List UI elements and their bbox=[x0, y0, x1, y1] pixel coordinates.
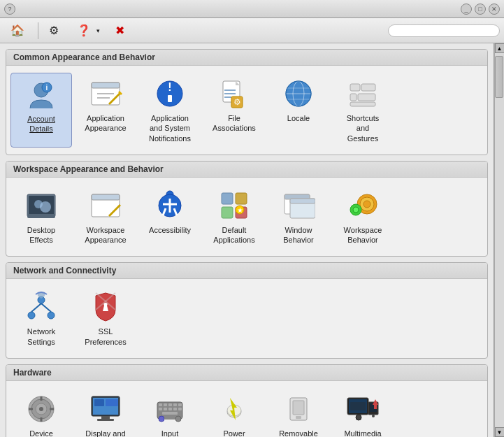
network-settings-label: Network Settings bbox=[27, 327, 55, 347]
item-window-behavior[interactable]: Window Behavior bbox=[268, 185, 329, 250]
svg-rect-40 bbox=[222, 193, 233, 204]
multimedia-icon bbox=[346, 392, 380, 426]
svg-rect-33 bbox=[92, 194, 120, 200]
item-file-associations[interactable]: ⚙ File Associations bbox=[203, 73, 265, 148]
configure-button[interactable]: ⚙ bbox=[43, 21, 68, 40]
svg-rect-80 bbox=[173, 403, 177, 406]
item-network-settings[interactable]: Network Settings bbox=[10, 286, 72, 351]
item-ssl-preferences[interactable]: SSL Preferences bbox=[75, 286, 136, 351]
input-devices-icon bbox=[153, 392, 187, 426]
section-items-workspace: Desktop Effects Workspace Appearance Acc… bbox=[6, 178, 487, 257]
svg-text:⚙: ⚙ bbox=[233, 97, 241, 107]
quit-button[interactable]: ✖ bbox=[109, 21, 134, 40]
close-btn[interactable]: ✕ bbox=[489, 3, 500, 15]
svg-point-65 bbox=[39, 407, 43, 411]
title-bar: ? _ □ ✕ bbox=[0, 0, 504, 18]
item-removable-devices[interactable]: Removable Devices bbox=[268, 388, 329, 437]
item-display-monitor[interactable]: Display and Monitor bbox=[75, 388, 136, 437]
maximize-btn[interactable]: □ bbox=[475, 3, 486, 15]
svg-point-101 bbox=[372, 415, 375, 417]
svg-rect-82 bbox=[159, 408, 162, 410]
power-management-label: Power Management bbox=[212, 429, 257, 437]
svg-rect-25 bbox=[350, 94, 357, 101]
overview-button[interactable]: 🏠 bbox=[4, 21, 34, 40]
svg-rect-14 bbox=[224, 96, 231, 98]
workspace-behavior-label: Workspace Behavior bbox=[344, 225, 382, 245]
help-dropdown-icon: ▾ bbox=[96, 27, 100, 34]
item-accessibility[interactable]: Accessibility bbox=[139, 185, 201, 250]
item-desktop-effects[interactable]: Desktop Effects bbox=[10, 185, 72, 250]
workspace-behavior-icon bbox=[346, 189, 380, 222]
section-header-common: Common Appearance and Behavior bbox=[6, 50, 487, 66]
svg-rect-78 bbox=[164, 403, 167, 406]
network-settings-icon bbox=[24, 290, 58, 324]
section-common: Common Appearance and Behavior i Account… bbox=[6, 49, 488, 155]
svg-line-58 bbox=[31, 303, 41, 312]
svg-point-52 bbox=[363, 201, 370, 208]
toolbar-separator-1 bbox=[38, 22, 38, 39]
section-header-workspace: Workspace Appearance and Behavior bbox=[6, 162, 487, 178]
scroll-down-arrow[interactable]: ▼ bbox=[495, 427, 505, 437]
item-shortcuts-gestures[interactable]: Shortcuts and Gestures bbox=[332, 73, 394, 148]
ssl-preferences-icon bbox=[89, 290, 122, 324]
window-controls: _ □ ✕ bbox=[461, 3, 500, 15]
power-management-icon bbox=[217, 392, 251, 426]
section-hardware: Hardware Device Actions Display and Moni… bbox=[6, 364, 488, 437]
desktop-effects-icon bbox=[24, 189, 58, 222]
scrollbar-thumb[interactable] bbox=[495, 56, 503, 98]
overview-icon: 🏠 bbox=[10, 24, 24, 37]
item-workspace-appearance[interactable]: Workspace Appearance bbox=[75, 185, 136, 250]
configure-icon: ⚙ bbox=[49, 24, 59, 37]
item-device-actions[interactable]: Device Actions bbox=[10, 388, 72, 437]
item-power-management[interactable]: Power Management bbox=[203, 388, 265, 437]
accessibility-label: Accessibility bbox=[149, 225, 191, 235]
svg-rect-81 bbox=[178, 403, 182, 406]
scrollbar-track[interactable] bbox=[495, 53, 504, 427]
svg-rect-95 bbox=[296, 416, 301, 419]
search-input[interactable] bbox=[388, 24, 500, 37]
section-workspace: Workspace Appearance and Behavior Deskto… bbox=[6, 161, 488, 257]
svg-line-59 bbox=[41, 303, 51, 312]
svg-rect-4 bbox=[92, 83, 120, 88]
file-associations-icon: ⚙ bbox=[217, 77, 251, 110]
minimize-btn[interactable]: _ bbox=[461, 3, 472, 15]
svg-rect-49 bbox=[290, 199, 315, 203]
scroll-up-arrow[interactable]: ▲ bbox=[495, 43, 505, 53]
item-application-appearance[interactable]: Application Appearance bbox=[75, 73, 136, 148]
scrollbar[interactable]: ▲ ▼ bbox=[494, 43, 504, 437]
quit-icon: ✖ bbox=[115, 24, 124, 37]
svg-rect-102 bbox=[350, 402, 366, 410]
svg-rect-41 bbox=[236, 193, 247, 204]
svg-rect-104 bbox=[374, 405, 377, 409]
file-associations-label: File Associations bbox=[213, 113, 256, 134]
svg-rect-94 bbox=[293, 401, 304, 415]
item-workspace-behavior[interactable]: Workspace Behavior bbox=[332, 185, 394, 250]
locale-label: Locale bbox=[287, 113, 310, 123]
svg-rect-79 bbox=[168, 403, 172, 406]
svg-rect-73 bbox=[97, 419, 114, 421]
window-behavior-label: Window Behavior bbox=[283, 225, 313, 245]
default-applications-icon: ★ bbox=[217, 189, 251, 222]
locale-icon bbox=[282, 77, 315, 110]
help-button[interactable]: ❓ ▾ bbox=[71, 21, 106, 40]
help-btn[interactable]: ? bbox=[4, 3, 15, 15]
workspace-appearance-icon bbox=[89, 189, 122, 222]
svg-point-54 bbox=[353, 207, 359, 213]
item-account-details[interactable]: i Account Details bbox=[10, 73, 72, 148]
accessibility-icon bbox=[153, 189, 187, 222]
item-locale[interactable]: Locale bbox=[268, 73, 329, 148]
svg-text:!: ! bbox=[168, 81, 171, 93]
svg-rect-26 bbox=[358, 94, 375, 101]
svg-rect-85 bbox=[173, 408, 177, 410]
svg-point-57 bbox=[48, 312, 55, 319]
device-actions-label: Device Actions bbox=[29, 429, 54, 437]
desktop-effects-label: Desktop Effects bbox=[27, 225, 55, 245]
svg-rect-24 bbox=[361, 84, 375, 91]
svg-rect-77 bbox=[159, 403, 162, 406]
shortcuts-gestures-icon bbox=[346, 77, 380, 110]
item-application-notifications[interactable]: ! Application and System Notifications bbox=[139, 73, 201, 148]
item-default-applications[interactable]: ★ Default Applications bbox=[203, 185, 265, 250]
item-input-devices[interactable]: Input Devices bbox=[139, 388, 201, 437]
svg-rect-83 bbox=[164, 408, 167, 410]
item-multimedia[interactable]: Multimedia bbox=[332, 388, 394, 437]
